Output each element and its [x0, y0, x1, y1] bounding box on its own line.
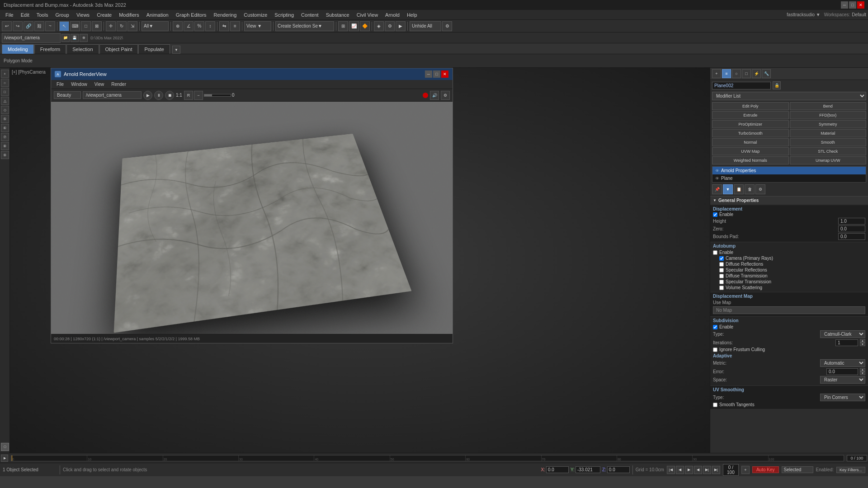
displacement-height-value[interactable]: [838, 218, 865, 225]
angle-snap-btn[interactable]: ∠: [184, 21, 193, 31]
arnold-minimize-btn[interactable]: ─: [425, 70, 432, 78]
layer-manager-btn[interactable]: ⊞: [338, 21, 348, 31]
create-selection-btn[interactable]: Create Selection Se ▼: [275, 21, 334, 31]
small-btn-3[interactable]: ⊕: [80, 34, 88, 42]
auto-key-btn[interactable]: Auto Key: [752, 466, 779, 473]
arnold-menu-window[interactable]: Window: [67, 81, 91, 87]
error-value[interactable]: [826, 368, 858, 375]
space-dropdown[interactable]: Raster: [820, 376, 865, 384]
uv-type-dropdown[interactable]: Pin Corners: [820, 394, 865, 401]
align-btn[interactable]: ≡: [230, 21, 240, 31]
ignore-frustum-cb[interactable]: [713, 347, 717, 352]
schematic-view-btn[interactable]: 🔶: [360, 21, 370, 31]
menu-scripting[interactable]: Scripting: [271, 11, 297, 19]
stack-copy-btn[interactable]: 📋: [734, 184, 744, 194]
menu-rendering[interactable]: Rendering: [210, 11, 241, 19]
menu-help[interactable]: Help: [403, 11, 421, 19]
subdivision-type-dropdown[interactable]: Catmull-Clark: [820, 330, 865, 338]
autobump-spec-refl-cb[interactable]: [719, 268, 724, 272]
select-object-btn[interactable]: ↖: [59, 21, 69, 31]
menu-substance[interactable]: Substance: [322, 11, 353, 19]
rp-icon-4[interactable]: □: [742, 69, 751, 78]
y-value[interactable]: [576, 466, 600, 473]
arnold-maximize-btn[interactable]: □: [433, 70, 440, 78]
select-scale-btn[interactable]: ⇲: [127, 21, 137, 31]
close-btn[interactable]: ✕: [857, 1, 864, 9]
mod-btn-turbosmooth[interactable]: TurboSmooth: [712, 129, 789, 137]
autobump-diff-trans-cb[interactable]: [719, 274, 724, 278]
smooth-tangents-cb[interactable]: [713, 403, 717, 407]
arnold-menu-view[interactable]: View: [91, 81, 108, 87]
mod-btn-ffd[interactable]: FFD(box): [790, 111, 867, 119]
rp-icon-6[interactable]: 🔧: [762, 69, 771, 78]
rp-icon-5[interactable]: ⚡: [752, 69, 761, 78]
arnold-audio-btn[interactable]: 🔊: [430, 91, 439, 100]
object-name-field[interactable]: [712, 82, 771, 89]
arnold-title-bar[interactable]: A Arnold RenderView ─ □ ✕: [51, 68, 453, 80]
user-account[interactable]: fasttracksudio ▼: [783, 12, 824, 17]
autobump-diff-refl-cb[interactable]: [719, 262, 724, 267]
key-filters-btn[interactable]: Key Filters...: [836, 467, 865, 473]
viewport-dropdown[interactable]: View ▼: [244, 21, 271, 31]
menu-group[interactable]: Group: [52, 11, 73, 19]
stack-pin-btn[interactable]: 📌: [712, 184, 722, 194]
object-lock-btn[interactable]: 🔒: [773, 81, 781, 89]
displacement-bounds-value[interactable]: [838, 233, 865, 240]
z-value[interactable]: [607, 466, 630, 473]
mod-btn-uvw-map[interactable]: UVW Map: [712, 147, 789, 155]
pb-play-rev-btn[interactable]: ◀: [694, 466, 702, 474]
timeline-track[interactable]: 0 10 20 30 40 50 60 70 80 90 100: [11, 455, 844, 461]
mod-btn-unwrap-uvw[interactable]: Unwrap UVW: [790, 156, 867, 164]
maximize-btn[interactable]: □: [849, 1, 856, 9]
pb-start-btn[interactable]: |◀: [667, 466, 675, 474]
error-spinners[interactable]: ▲ ▼: [860, 368, 865, 375]
side-btn-2[interactable]: ○: [1, 79, 9, 87]
ribbon-expand-btn[interactable]: ▼: [172, 46, 180, 54]
redo-btn[interactable]: ↪: [13, 21, 23, 31]
percent-snap-btn[interactable]: %: [194, 21, 204, 31]
menu-edit[interactable]: Edit: [17, 11, 33, 19]
menu-create[interactable]: Create: [93, 11, 115, 19]
arnold-zoom-out-btn[interactable]: −: [194, 91, 203, 100]
metric-dropdown[interactable]: Automatic: [820, 359, 865, 367]
rp-icon-2[interactable]: ≡: [722, 69, 731, 78]
menu-graph-editors[interactable]: Graph Editors: [172, 11, 210, 19]
render-setup-btn[interactable]: ⚙: [385, 21, 395, 31]
filter-dropdown[interactable]: All ▼: [142, 21, 169, 31]
arnold-zoom-track[interactable]: [204, 94, 231, 97]
stack-configure-btn[interactable]: ⚙: [755, 184, 765, 194]
side-btn-7[interactable]: ⑥: [1, 124, 9, 132]
side-btn-3[interactable]: □: [1, 88, 9, 96]
select-by-name-btn[interactable]: ⌨: [70, 21, 80, 31]
path-display[interactable]: /viewport_camera: [2, 33, 61, 43]
viewport-cube[interactable]: ⬡: [1, 443, 9, 451]
general-properties-header[interactable]: ▼ General Properties: [710, 197, 868, 204]
tab-selection[interactable]: Selection: [66, 44, 99, 54]
menu-customize[interactable]: Customize: [240, 11, 271, 19]
spinner-snap-btn[interactable]: ↕: [205, 21, 215, 31]
rp-icon-3[interactable]: ○: [732, 69, 741, 78]
mod-btn-edit-poly[interactable]: Edit Poly: [712, 102, 789, 110]
autobump-enable-cb[interactable]: [713, 250, 717, 255]
arnold-mode-dropdown[interactable]: Beauty: [54, 91, 81, 99]
menu-animation[interactable]: Animation: [143, 11, 172, 19]
workspace-value[interactable]: Default: [852, 12, 866, 17]
side-btn-5[interactable]: ◇: [1, 106, 9, 114]
bind-to-space-warp-btn[interactable]: ~: [45, 21, 55, 31]
timeline-frame-input[interactable]: 0 / 100: [847, 455, 867, 461]
mod-btn-bend[interactable]: Bend: [790, 102, 867, 110]
stack-delete-btn[interactable]: 🗑: [745, 184, 755, 194]
snap-toggle-btn[interactable]: ⊕: [173, 21, 183, 31]
side-btn-8[interactable]: ⑦: [1, 133, 9, 141]
mod-btn-material[interactable]: Material: [790, 129, 867, 137]
arnold-close-btn[interactable]: ✕: [441, 70, 448, 78]
arnold-play-btn[interactable]: ▶: [143, 91, 152, 100]
selected-dropdown[interactable]: Selected: [782, 466, 813, 473]
mod-btn-stl-check[interactable]: STL Check: [790, 147, 867, 155]
modifier-list-dropdown[interactable]: Modifier List: [712, 92, 866, 100]
rect-sel-btn[interactable]: □: [81, 21, 91, 31]
minimize-btn[interactable]: ─: [841, 1, 848, 9]
select-link-btn[interactable]: 🔗: [24, 21, 33, 31]
autobump-camera-cb[interactable]: [719, 256, 724, 261]
menu-views[interactable]: Views: [73, 11, 93, 19]
